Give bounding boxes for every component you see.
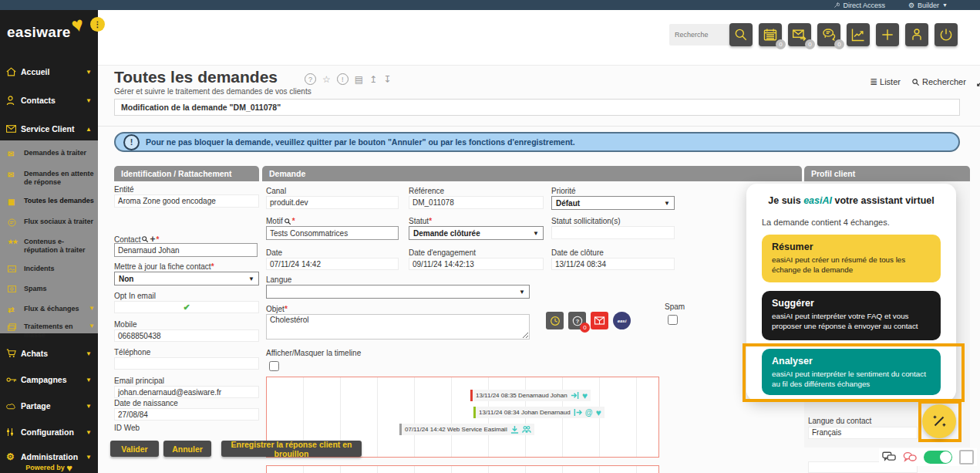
star-icon[interactable]: ☆	[322, 74, 331, 85]
document-icon[interactable]: ▤	[355, 74, 363, 85]
telephone-label: Téléphone	[114, 348, 150, 356]
sidebar-item-accueil[interactable]: Accueil ▼	[0, 64, 98, 79]
user-button[interactable]	[905, 23, 928, 46]
sidebar-item-incidents[interactable]: Incidents	[0, 265, 98, 273]
rechercher-button[interactable]: Rechercher	[911, 77, 966, 86]
easiware-heart-icon: ♥	[69, 12, 86, 39]
search-icon[interactable]	[284, 218, 291, 225]
help-icon[interactable]: ?	[305, 73, 316, 85]
motif-input[interactable]	[266, 226, 399, 240]
add-button[interactable]	[876, 23, 899, 46]
sollicitation-input[interactable]	[551, 226, 675, 239]
direct-access-link[interactable]: Direct Access	[834, 2, 885, 9]
timeline-entry[interactable]: 13/11/24 08:34 Johan Denarnaud @ ♥	[473, 407, 605, 418]
suggerer-card[interactable]: Suggérer easiAI peut interpréter votre F…	[762, 291, 941, 340]
required-asterisk: *	[211, 262, 214, 271]
resumer-card[interactable]: Résumer easiAI peut créer un résumé de t…	[762, 235, 941, 282]
brand-badge-text: easi	[618, 319, 627, 323]
logout-button[interactable]	[935, 23, 958, 46]
sidebar-item-contacts[interactable]: Contacts ▼	[0, 93, 98, 108]
search-input[interactable]	[669, 24, 731, 46]
analyser-card[interactable]: Analyser easiAI peut interpréter le sent…	[762, 349, 941, 395]
maj-fiche-select[interactable]: Non ▼	[114, 272, 259, 285]
mail-template-button[interactable]	[591, 312, 608, 329]
builder-menu[interactable]: ⚙ Builder ▼	[908, 2, 948, 9]
timeline-toggle-checkbox[interactable]	[269, 361, 279, 371]
sidebar-item-flux-echanges[interactable]: ⇄ Flux & échanges ▼	[0, 305, 98, 316]
easiware-logo[interactable]: easiware	[7, 24, 71, 41]
download-icon[interactable]: ↧	[383, 74, 391, 85]
app-root: Direct Access ⚙ Builder ▼ easiware ♥ Acc…	[0, 0, 980, 473]
naissance-input[interactable]	[114, 408, 259, 421]
upload-icon[interactable]: ↥	[369, 74, 377, 85]
faq-help-button[interactable]: ? 0	[568, 312, 586, 329]
header-icon-buttons: 0 0 0	[729, 23, 958, 46]
timeline-entry[interactable]: 07/11/24 14:42 Web Service Easimail	[399, 424, 534, 435]
sidebar-item-campagnes[interactable]: Campagnes ▼	[0, 372, 98, 387]
spam-checkbox[interactable]	[668, 315, 678, 325]
sidebar-item-traitements-masse[interactable]: Traitements en masse ▼	[0, 323, 98, 340]
langue-select[interactable]: ▼	[266, 285, 530, 299]
chat-red-icon[interactable]	[903, 451, 917, 463]
telephone-input[interactable]	[114, 357, 259, 370]
sidebar-item-service-client[interactable]: Service Client ▲	[0, 121, 98, 137]
mail-button[interactable]: 0	[788, 23, 811, 46]
person-icon	[909, 27, 924, 42]
canal-input[interactable]	[266, 196, 399, 209]
sidebar-item-partage[interactable]: Partage ▼	[0, 398, 98, 414]
timeline-entry[interactable]: 13/11/24 08:35 Denarnaud Johan ♥	[470, 390, 591, 401]
objet-textarea[interactable]: Cholestérol	[266, 314, 530, 340]
timeline-entry-text: 13/11/24 08:34 Johan Denarnaud	[479, 409, 571, 416]
people-icon[interactable]	[522, 425, 531, 434]
arrow-out-icon[interactable]	[574, 408, 582, 417]
motif-label-row: Motif *	[266, 217, 295, 225]
search-icon[interactable]	[141, 235, 149, 243]
sidebar-collapse-toggle[interactable]: ⋮	[90, 17, 105, 32]
submenu-label: Traitements en masse	[24, 323, 89, 340]
contact-input[interactable]	[114, 243, 258, 257]
chat-dark-icon[interactable]	[882, 451, 896, 463]
history-button[interactable]	[546, 312, 564, 329]
reference-input[interactable]	[409, 196, 544, 209]
lister-button[interactable]: ≣ Lister	[870, 76, 901, 87]
statut-select[interactable]: Demande clôturée ▼	[409, 226, 544, 240]
sliders-icon	[6, 427, 21, 437]
priorite-select[interactable]: Défaut ▼	[551, 196, 675, 210]
sidebar-item-demandes-en-attente[interactable]: ✉ Demandes en attente de réponse	[0, 170, 98, 188]
chat-button[interactable]: 0	[817, 23, 840, 46]
cloture-input[interactable]	[551, 258, 675, 270]
at-icon[interactable]: @	[585, 408, 593, 417]
sidebar-item-demandes-a-traiter[interactable]: ✉ Demandes à traiter	[0, 149, 98, 160]
resumer-title: Résumer	[772, 242, 931, 252]
heart-icon[interactable]: ♥	[582, 390, 588, 401]
valider-button[interactable]: Valider	[110, 441, 159, 457]
search-button[interactable]	[729, 23, 753, 46]
sidebar-item-toutes-les-demandes[interactable]: ▦ Toutes les demandes	[0, 197, 98, 208]
engagement-input[interactable]	[409, 258, 544, 270]
heart-icon[interactable]: ♥	[595, 407, 601, 418]
sidebar-item-spams[interactable]: Spams	[0, 285, 98, 293]
brouillon-button[interactable]: Enregistrer la réponse client en brouill…	[221, 441, 362, 457]
date-input[interactable]	[266, 258, 399, 270]
sidebar-item-configuration[interactable]: Configuration ▼	[0, 424, 98, 440]
mobile-input[interactable]	[114, 329, 259, 342]
download-icon[interactable]	[510, 425, 519, 434]
chat-toggle[interactable]	[924, 451, 952, 464]
annuler-button[interactable]: Annuler	[163, 441, 211, 457]
arrow-in-icon[interactable]	[571, 391, 579, 400]
sidebar-item-flux-sociaux[interactable]: Flux sociaux à traiter	[0, 218, 98, 227]
easiware-brand-badge: easi	[613, 312, 631, 329]
expand-icon[interactable]	[977, 77, 980, 86]
select-caret-icon: ▼	[533, 230, 539, 237]
stats-button[interactable]	[847, 23, 870, 46]
swap-arrows-icon: ⇄	[8, 305, 24, 316]
info-icon[interactable]: !	[337, 73, 349, 85]
chat-checkbox[interactable]	[959, 450, 974, 465]
entite-input[interactable]	[114, 194, 259, 208]
easiai-wand-button[interactable]	[922, 404, 956, 438]
calendar-button[interactable]: 0	[759, 23, 782, 46]
email-input[interactable]	[114, 386, 259, 398]
sidebar-item-label: Service Client	[21, 124, 74, 133]
sidebar-item-achats[interactable]: Achats ▼	[0, 346, 98, 361]
sidebar-item-contenus-ereputation[interactable]: ★★ Contenus e-réputation à traiter	[0, 238, 98, 255]
